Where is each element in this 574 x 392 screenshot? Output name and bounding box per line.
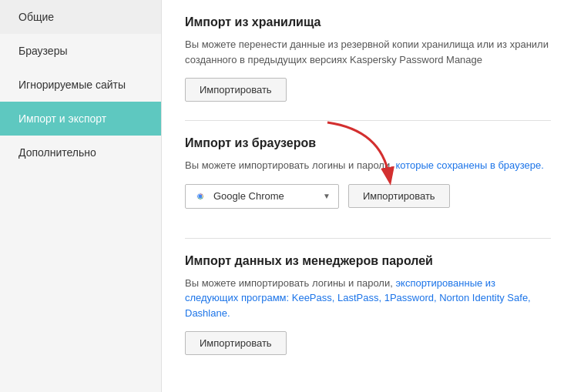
section-import-storage: Импорт из хранилища Вы можете перенести … — [185, 15, 551, 121]
red-arrow-icon — [320, 115, 412, 192]
sidebar-item-label: Общие — [18, 11, 54, 23]
browser-select-label: Google Chrome — [213, 190, 317, 202]
chrome-icon — [193, 189, 207, 203]
browser-select[interactable]: Google Chrome ▼ — [185, 184, 339, 209]
section-import-managers: Импорт данных из менеджеров паролей Вы м… — [185, 254, 551, 374]
section-title-storage: Импорт из хранилища — [185, 15, 551, 29]
sidebar-item-import-export[interactable]: Импорт и экспорт — [0, 102, 161, 136]
sidebar-item-label: Игнорируемые сайты — [18, 79, 126, 91]
sidebar-item-advanced[interactable]: Дополнительно — [0, 136, 161, 169]
storage-desc-text: Вы можете перенести данные из резервной … — [185, 39, 549, 65]
section-desc-browser: Вы можете импортировать логины и пароли,… — [185, 158, 551, 173]
sidebar-item-label: Дополнительно — [18, 146, 96, 159]
managers-desc-text1: Вы можете импортировать логины и пароли, — [185, 277, 393, 289]
main-content: Импорт из хранилища Вы можете перенести … — [162, 0, 574, 392]
browser-desc-text1: Вы можете импортировать логины и пароли, — [185, 159, 393, 171]
import-managers-button[interactable]: Импортировать — [185, 331, 287, 355]
browser-selector-row: Google Chrome ▼ Импортировать — [185, 184, 551, 209]
sidebar-item-browsers[interactable]: Браузеры — [0, 34, 161, 68]
import-browser-button[interactable]: Импортировать — [348, 184, 450, 208]
sidebar: Общие Браузеры Игнорируемые сайты Импорт… — [0, 0, 162, 392]
sidebar-item-label: Браузеры — [18, 45, 68, 57]
sidebar-item-ignored-sites[interactable]: Игнорируемые сайты — [0, 68, 161, 102]
section-title-browser: Импорт из браузеров — [185, 136, 551, 150]
sidebar-item-general[interactable]: Общие — [0, 0, 161, 34]
section-desc-storage: Вы можете перенести данные из резервной … — [185, 37, 551, 67]
svg-point-5 — [199, 194, 203, 198]
section-import-browser: Импорт из браузеров Вы можете импортиров… — [185, 136, 551, 239]
import-storage-button[interactable]: Импортировать — [185, 78, 287, 102]
section-desc-managers: Вы можете импортировать логины и пароли,… — [185, 276, 551, 321]
chevron-down-icon: ▼ — [323, 192, 331, 200]
sidebar-item-label: Импорт и экспорт — [18, 112, 106, 125]
section-title-managers: Импорт данных из менеджеров паролей — [185, 254, 551, 268]
browser-desc-link: которые сохранены в браузере. — [393, 159, 544, 171]
